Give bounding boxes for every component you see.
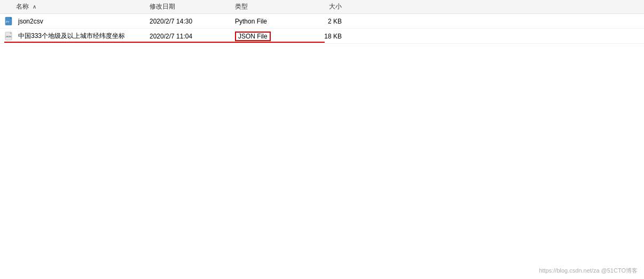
col-name-label: 名称 xyxy=(16,3,29,10)
file-name-cell: JSON 中国333个地级及以上城市经纬度坐标 xyxy=(0,31,150,42)
file-type-cell: Python File xyxy=(235,18,310,25)
col-size-header[interactable]: 大小 xyxy=(310,2,352,11)
table-row[interactable]: JSON 中国333个地级及以上城市经纬度坐标 2020/2/7 11:04 J… xyxy=(0,29,644,44)
file-name-text: json2csv xyxy=(18,18,43,25)
svg-text:JSON: JSON xyxy=(6,35,12,38)
file-size-cell: 2 KB xyxy=(310,18,352,25)
json-file-icon: JSON xyxy=(4,31,15,42)
col-size-label: 大小 xyxy=(329,3,342,10)
file-explorer: 名称 ∧ 修改日期 类型 大小 PY json2csv xyxy=(0,0,644,279)
file-size-cell: 18 KB xyxy=(310,33,352,40)
file-name-cell: PY json2csv xyxy=(0,16,150,27)
file-type-text: Python File xyxy=(235,18,267,25)
file-date-text: 2020/2/7 11:04 xyxy=(150,33,192,40)
file-date-cell: 2020/2/7 14:30 xyxy=(150,18,235,25)
column-header-row: 名称 ∧ 修改日期 类型 大小 xyxy=(0,0,644,14)
file-name-text: 中国333个地级及以上城市经纬度坐标 xyxy=(18,32,125,41)
col-name-header[interactable]: 名称 ∧ xyxy=(0,2,150,11)
table-row[interactable]: PY json2csv 2020/2/7 14:30 Python File 2… xyxy=(0,14,644,29)
file-size-text: 2 KB xyxy=(328,18,342,25)
watermark: https://blog.csdn.net/za @51CTO博客 xyxy=(539,267,638,275)
col-type-header[interactable]: 类型 xyxy=(235,2,310,11)
file-date-cell: 2020/2/7 11:04 xyxy=(150,33,235,40)
file-size-text: 18 KB xyxy=(324,33,342,40)
json-file-badge: JSON File xyxy=(235,32,271,41)
file-list: PY json2csv 2020/2/7 14:30 Python File 2… xyxy=(0,14,644,44)
col-date-label: 修改日期 xyxy=(150,3,175,10)
col-date-header[interactable]: 修改日期 xyxy=(150,2,235,11)
col-type-label: 类型 xyxy=(235,3,248,10)
file-date-text: 2020/2/7 14:30 xyxy=(150,18,192,25)
sort-arrow-icon: ∧ xyxy=(33,4,36,10)
watermark-text: https://blog.csdn.net/za @51CTO博客 xyxy=(539,267,638,274)
py-file-icon: PY xyxy=(4,16,15,27)
svg-text:PY: PY xyxy=(6,20,10,24)
file-type-cell: JSON File xyxy=(235,32,310,41)
